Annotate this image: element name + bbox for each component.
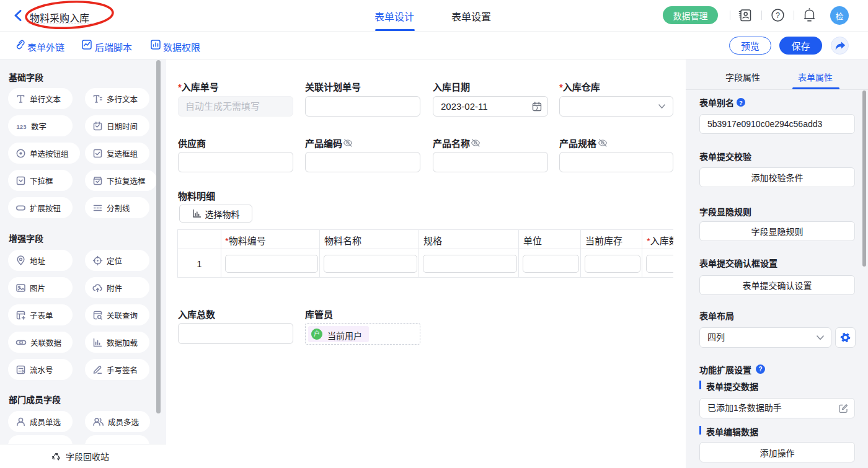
svg-text:123: 123 <box>17 123 27 130</box>
svg-text:?: ? <box>739 99 743 106</box>
svg-text:?: ? <box>776 11 780 20</box>
svg-text:?: ? <box>758 366 762 373</box>
